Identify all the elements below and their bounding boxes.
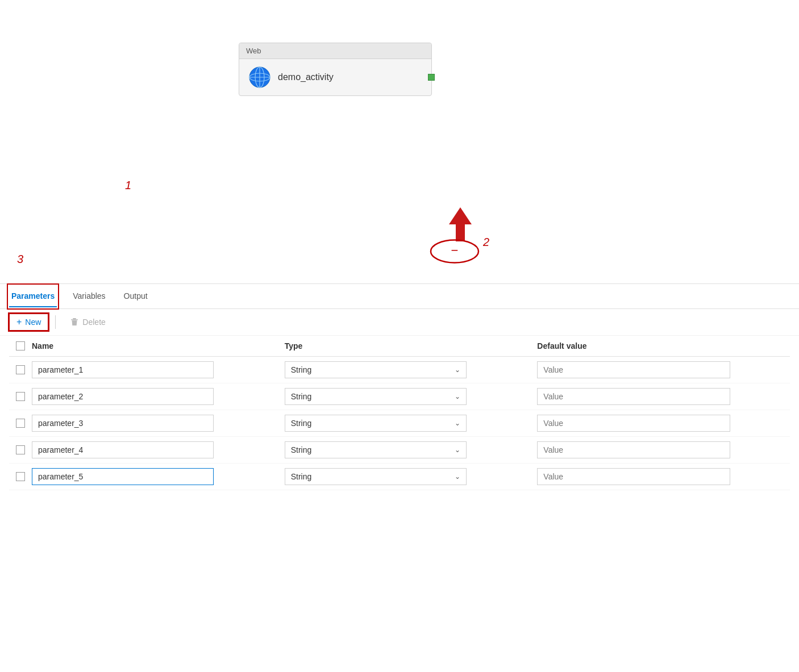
row-4-chevron-icon: ⌄ — [455, 446, 460, 454]
row-3-chevron-icon: ⌄ — [455, 419, 460, 427]
row-2-checkbox[interactable] — [16, 392, 25, 401]
row-3-checkbox[interactable] — [16, 419, 25, 428]
header-checkbox[interactable] — [16, 341, 25, 350]
col-header-name: Name — [32, 341, 285, 350]
row-3-type-cell: String ⌄ — [285, 415, 538, 432]
row-1-type-value: String — [291, 365, 312, 374]
plus-icon: + — [16, 317, 22, 327]
row-4-checkbox-cell — [9, 445, 32, 454]
oval-minus-annotation: − — [429, 239, 480, 264]
row-4-type-select[interactable]: String ⌄ — [285, 441, 467, 458]
svg-rect-8 — [73, 318, 76, 319]
row-3-name-input[interactable] — [32, 415, 214, 432]
row-3-type-select[interactable]: String ⌄ — [285, 415, 467, 432]
row-3-value-input[interactable] — [537, 415, 730, 432]
col-header-type: Type — [285, 341, 538, 350]
row-2-value-input[interactable] — [537, 388, 730, 405]
svg-marker-5 — [449, 207, 472, 241]
row-1-checkbox-cell — [9, 365, 32, 374]
row-5-value-cell — [537, 468, 790, 485]
globe-icon — [248, 66, 271, 89]
row-5-checkbox[interactable] — [16, 472, 25, 481]
col-header-default: Default value — [537, 341, 790, 350]
annotation-label-2: 2 — [483, 236, 489, 249]
delete-button[interactable]: Delete — [63, 314, 113, 330]
row-3-type-value: String — [291, 419, 312, 428]
row-2-type-cell: String ⌄ — [285, 388, 538, 405]
row-5-name-input[interactable] — [32, 468, 214, 485]
row-1-value-input[interactable] — [537, 361, 730, 378]
row-4-name-cell — [32, 441, 285, 458]
row-2-type-select[interactable]: String ⌄ — [285, 388, 467, 405]
table-row: String ⌄ — [9, 383, 790, 410]
row-4-checkbox[interactable] — [16, 445, 25, 454]
annotation-label-1: 1 — [125, 179, 131, 192]
tab-output[interactable]: Output — [122, 286, 150, 307]
toolbar-divider — [55, 315, 56, 329]
table-row: String ⌄ — [9, 357, 790, 383]
canvas-area: Web demo_activity 1 − 2 3 — [0, 0, 799, 284]
table-header: Name Type Default value — [9, 336, 790, 357]
row-2-type-value: String — [291, 392, 312, 401]
row-4-value-input[interactable] — [537, 441, 730, 458]
params-table: Name Type Default value String ⌄ — [0, 336, 799, 490]
new-button[interactable]: + New — [9, 314, 48, 331]
row-5-type-cell: String ⌄ — [285, 468, 538, 485]
row-4-value-cell — [537, 441, 790, 458]
header-checkbox-cell — [9, 341, 32, 350]
row-3-value-cell — [537, 415, 790, 432]
row-2-chevron-icon: ⌄ — [455, 393, 460, 400]
row-1-type-cell: String ⌄ — [285, 361, 538, 378]
row-5-value-input[interactable] — [537, 468, 730, 485]
row-4-name-input[interactable] — [32, 441, 214, 458]
activity-name: demo_activity — [278, 72, 334, 82]
up-arrow-annotation — [446, 207, 475, 241]
delete-button-label: Delete — [82, 318, 105, 327]
row-2-value-cell — [537, 388, 790, 405]
row-3-checkbox-cell — [9, 419, 32, 428]
tabs-bar: Parameters Variables Output — [0, 284, 799, 309]
table-row: String ⌄ — [9, 410, 790, 437]
svg-rect-9 — [71, 319, 78, 320]
annotation-label-3: 3 — [17, 253, 23, 266]
row-1-name-cell — [32, 361, 285, 378]
toolbar: + New Delete — [0, 309, 799, 336]
row-4-type-cell: String ⌄ — [285, 441, 538, 458]
activity-node-body: demo_activity — [239, 59, 431, 95]
trash-icon — [70, 318, 79, 327]
tab-variables[interactable]: Variables — [70, 286, 107, 307]
row-2-checkbox-cell — [9, 392, 32, 401]
row-5-checkbox-cell — [9, 472, 32, 481]
row-1-checkbox[interactable] — [16, 365, 25, 374]
table-row: String ⌄ — [9, 464, 790, 490]
activity-node-header: Web — [239, 43, 431, 59]
row-2-name-cell — [32, 388, 285, 405]
row-2-name-input[interactable] — [32, 388, 214, 405]
row-5-type-value: String — [291, 472, 312, 481]
activity-node[interactable]: Web demo_activity — [239, 43, 432, 96]
row-1-value-cell — [537, 361, 790, 378]
row-5-type-select[interactable]: String ⌄ — [285, 468, 467, 485]
new-button-label: New — [25, 318, 41, 327]
activity-status-dot — [428, 74, 435, 81]
tab-parameters[interactable]: Parameters — [9, 286, 57, 307]
svg-text:−: − — [451, 243, 459, 257]
row-3-name-cell — [32, 415, 285, 432]
row-4-type-value: String — [291, 445, 312, 454]
row-5-chevron-icon: ⌄ — [455, 473, 460, 481]
row-5-name-cell — [32, 468, 285, 485]
row-1-name-input[interactable] — [32, 361, 214, 378]
row-1-chevron-icon: ⌄ — [455, 366, 460, 374]
bottom-panel: Parameters Variables Output + New Delete… — [0, 284, 799, 490]
table-row: String ⌄ — [9, 437, 790, 464]
row-1-type-select[interactable]: String ⌄ — [285, 361, 467, 378]
